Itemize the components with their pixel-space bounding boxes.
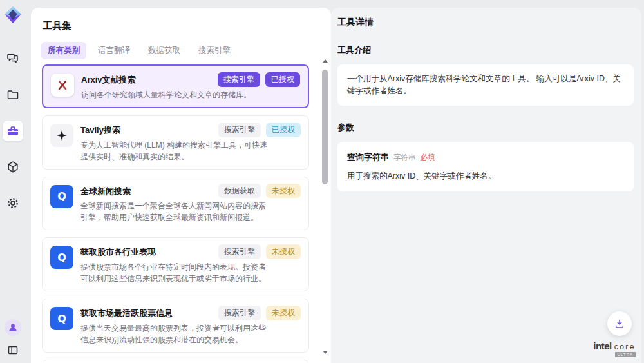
ultra-badge: ULTRA [615,352,636,357]
app-logo-icon [3,5,23,25]
tool-card[interactable]: Q 获取股市各行业表现 搜索引擎 未授权 提供股票市场各个行业在特定时间段内的表… [42,237,309,291]
scroll-down-arrow[interactable] [323,351,328,354]
tool-auth-badge: 已授权 [265,72,300,87]
folder-icon [6,88,19,101]
tool-card[interactable]: Arxiv文献搜索 搜索引擎 已授权 访问各个研究领域大量科学论文和文章的存储库… [42,64,309,108]
tool-description: 提供股票市场各个行业在特定时间段内的表现。投资者可以利用这些信息来识别表现优于或… [80,261,272,284]
tab-2[interactable]: 数据获取 [142,42,187,59]
params-heading: 参数 [337,122,634,133]
parameter-type: 字符串 [393,153,416,162]
tool-card[interactable]: Q 全球新闻搜索 数据获取 未授权 全球新闻搜索是一个聚合全球各大新闻网站内容的… [42,177,309,231]
intro-heading: 工具介绍 [337,44,634,56]
tool-description: 提供当天交易量最高的股票列表，投资者可以利用这些信息来识别流动性强的股票和潜在的… [80,322,272,346]
tabs: 所有类别语言翻译数据获取搜索引擎 [31,32,331,66]
tool-auth-badge: 未授权 [266,306,301,320]
tool-auth-badge: 已授权 [266,123,301,137]
tab-3[interactable]: 搜索引擎 [192,42,237,59]
scrollbar[interactable] [321,59,329,354]
tool-category-badge: 搜索引擎 [218,244,261,259]
tavily-icon [50,124,73,147]
tab-1[interactable]: 语言翻译 [91,42,137,59]
cube-icon [6,161,19,173]
tool-category-badge: 搜索引擎 [218,306,261,320]
parameter-item: 查询字符串 字符串 必填 用于搜索的Arxiv ID、关键字或作者姓名。 [337,142,634,192]
qblue-icon: Q [50,185,73,208]
download-button[interactable] [607,311,632,336]
scrollbar-thumb[interactable] [322,70,328,184]
sidebar-item-files[interactable] [3,84,23,105]
tool-title: Arxiv文献搜索 [81,72,213,86]
tool-category-badge: 搜索引擎 [218,72,260,87]
params-list: 查询字符串 字符串 必填 用于搜索的Arxiv ID、关键字或作者姓名。 [337,142,634,192]
app-sidebar [0,0,26,363]
sidebar-item-tools[interactable] [3,121,23,141]
qblue-icon: Q [50,307,73,330]
arxiv-icon [51,74,74,97]
tool-list-panel: 工具集 所有类别语言翻译数据获取搜索引擎 Arxiv文献搜索 搜索引擎 已授权 … [31,8,331,363]
parameter-required-badge: 必填 [421,153,435,162]
chat-icon [6,52,19,65]
tab-0[interactable]: 所有类别 [41,42,86,59]
core-wordmark: core [614,342,636,351]
tool-title: 获取股市各行业表现 [80,244,213,258]
toolbox-icon [6,124,19,137]
tool-card[interactable]: Q 获取市场最活跃股票信息 搜索引擎 未授权 提供当天交易量最高的股票列表，投资… [42,299,309,353]
tool-title: 全球新闻搜索 [80,184,213,197]
intel-core-logo: intel core ULTRA [593,340,636,357]
collapse-sidebar-button[interactable] [5,342,21,358]
tool-list: Arxiv文献搜索 搜索引擎 已授权 访问各个研究领域大量科学论文和文章的存储库… [42,64,312,363]
parameter-name: 查询字符串 [347,152,389,163]
avatar[interactable] [5,319,21,336]
scroll-up-arrow[interactable] [323,59,328,63]
tool-description: 全球新闻搜索是一个聚合全球各大新闻网站内容的搜索引擎，帮助用户快速获取全球最新资… [80,200,272,223]
download-icon [614,318,625,329]
tool-auth-badge: 未授权 [266,184,301,199]
tool-auth-badge: 未授权 [266,244,301,259]
tool-description: 访问各个研究领域大量科学论文和文章的存储库。 [81,89,273,101]
sidebar-item-chat[interactable] [3,48,23,69]
gear-icon [6,197,19,210]
parameter-description: 用于搜索的Arxiv ID、关键字或作者姓名。 [347,170,624,182]
tool-detail-panel: 工具详情 工具介绍 一个用于从Arxiv存储库搜索科学论文和文章的工具。 输入可… [331,8,641,363]
sidebar-item-models[interactable] [3,157,23,177]
tool-title: Tavily搜索 [80,123,213,136]
tool-category-badge: 数据获取 [218,184,261,199]
page-title: 工具集 [31,8,331,32]
panel-toggle-icon [7,344,19,356]
detail-title: 工具详情 [337,17,634,28]
tool-title: 获取市场最活跃股票信息 [80,306,213,319]
tool-category-badge: 搜索引擎 [218,123,261,137]
intel-wordmark: intel [593,340,611,351]
user-icon [8,322,18,333]
qblue-icon: Q [50,246,73,269]
tool-description: 专为人工智能代理 (LLM) 构建的搜索引擎工具，可快速提供实时、准确和真实的结… [80,139,272,162]
sidebar-item-settings[interactable] [3,193,23,213]
tool-card[interactable]: 万维地区新闻查询 搜索引擎 未授权 查询具体行政区划内的新闻，快速了解各地新闻动 [42,360,309,363]
intro-text: 一个用于从Arxiv存储库搜索科学论文和文章的工具。 输入可以是Arxiv ID… [337,64,634,106]
tool-card[interactable]: Tavily搜索 搜索引擎 已授权 专为人工智能代理 (LLM) 构建的搜索引擎… [42,115,309,170]
